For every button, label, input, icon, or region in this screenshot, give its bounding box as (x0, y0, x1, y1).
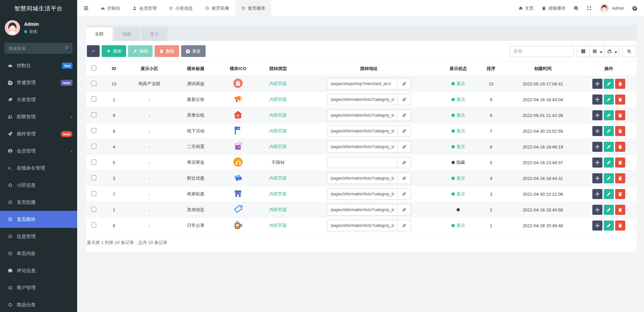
topnav-tab-首页模块[interactable]: 首页模块 (235, 0, 271, 16)
sidebar-item-评论信息[interactable]: 评论信息 (0, 262, 77, 279)
filter-tab-全部[interactable]: 全部 (86, 27, 112, 41)
move-row-button[interactable] (592, 189, 602, 199)
sidebar-item-信息管理[interactable]: 信息管理 (0, 228, 77, 245)
fullscreen-button[interactable] (587, 6, 592, 11)
sidebar-item-会员管理[interactable]: 会员管理‹ (0, 142, 77, 160)
topnav-tab-首页轮播[interactable]: 首页轮播 (199, 0, 235, 16)
filter-tab-显示[interactable]: 显示 (141, 27, 167, 41)
move-row-button[interactable] (592, 158, 602, 168)
sidebar-item-首页轮播[interactable]: 首页轮播 (0, 194, 77, 211)
username[interactable]: Admin (612, 6, 624, 11)
jump-url-input[interactable] (327, 157, 397, 168)
delete-row-button[interactable] (615, 126, 625, 136)
topnav-tab-会员管理[interactable]: 会员管理 (126, 0, 163, 16)
edit-row-button[interactable] (604, 189, 614, 199)
sidebar-item-商户管理[interactable]: 商户管理 (0, 279, 77, 296)
row-checkbox[interactable] (91, 160, 96, 165)
move-row-button[interactable] (592, 126, 602, 136)
link-button[interactable] (397, 188, 411, 200)
edit-row-button[interactable] (604, 110, 614, 120)
add-button[interactable]: 添加 (102, 45, 126, 57)
row-checkbox[interactable] (91, 144, 96, 149)
sidebar-item-权限管理[interactable]: 权限管理‹ (0, 108, 77, 125)
link-button[interactable] (397, 110, 411, 121)
edit-row-button[interactable] (604, 95, 614, 105)
move-row-button[interactable] (592, 79, 602, 89)
row-checkbox[interactable] (91, 175, 96, 180)
move-row-button[interactable] (592, 205, 602, 215)
row-checkbox[interactable] (91, 191, 96, 196)
search-button[interactable] (623, 46, 636, 57)
edit-row-button[interactable] (604, 221, 614, 231)
link-button[interactable] (397, 220, 411, 231)
link-button[interactable] (397, 173, 411, 184)
row-checkbox[interactable] (91, 223, 96, 228)
home-link[interactable]: 主页 (519, 5, 534, 11)
jump-url-input[interactable] (327, 94, 397, 105)
move-row-button[interactable] (592, 110, 602, 120)
jump-url-input[interactable] (327, 173, 397, 184)
avatar[interactable] (600, 4, 609, 13)
refresh-button[interactable] (87, 45, 100, 57)
link-button[interactable] (397, 125, 411, 137)
link-button[interactable] (397, 78, 411, 89)
detail-view-button[interactable] (577, 46, 590, 57)
move-row-button[interactable] (592, 95, 602, 105)
sidebar-item-常规管理[interactable]: 常规管理new (0, 74, 77, 91)
delete-row-button[interactable] (615, 205, 625, 215)
move-row-button[interactable] (592, 173, 602, 183)
delete-row-button[interactable] (615, 79, 625, 89)
edit-row-button[interactable] (604, 142, 614, 152)
hamburger-menu-button[interactable] (77, 0, 95, 16)
jump-url-input[interactable] (327, 125, 397, 137)
edit-row-button[interactable] (604, 205, 614, 215)
sidebar-item-分类管理[interactable]: 分类管理 (0, 91, 77, 108)
topnav-tab-控制台[interactable]: 控制台 (95, 0, 126, 16)
link-button[interactable] (397, 94, 411, 105)
move-row-button[interactable] (592, 142, 602, 152)
filter-tab-隐藏[interactable]: 隐藏 (114, 27, 140, 41)
jump-url-input[interactable] (327, 110, 397, 121)
sidebar-item-在线命令管理[interactable]: >_在线命令管理 (0, 160, 77, 177)
link-button[interactable] (397, 157, 411, 168)
link-button[interactable] (397, 204, 411, 215)
delete-row-button[interactable] (615, 110, 625, 120)
more-button[interactable]: 更多 (181, 45, 206, 57)
delete-row-button[interactable] (615, 173, 625, 183)
link-button[interactable] (397, 141, 411, 152)
menu-search-input[interactable] (5, 43, 72, 54)
edit-row-button[interactable] (604, 126, 614, 136)
jump-url-input[interactable] (327, 78, 397, 89)
row-checkbox[interactable] (91, 207, 96, 212)
row-checkbox[interactable] (91, 97, 96, 102)
jump-url-input[interactable] (327, 220, 397, 231)
row-checkbox[interactable] (91, 128, 96, 133)
edit-button[interactable]: 编辑 (128, 45, 153, 57)
settings-gear-icon[interactable] (632, 6, 637, 11)
jump-url-input[interactable] (327, 204, 397, 215)
language-button[interactable] (574, 6, 579, 11)
row-checkbox[interactable] (91, 81, 96, 86)
edit-row-button[interactable] (604, 173, 614, 183)
sidebar-item-插件管理[interactable]: 插件管理new (0, 125, 77, 142)
delete-row-button[interactable] (615, 189, 625, 199)
delete-row-button[interactable] (615, 221, 625, 231)
delete-row-button[interactable] (615, 142, 625, 152)
sidebar-item-小区信息[interactable]: 小区信息 (0, 177, 77, 194)
export-button[interactable] (604, 46, 619, 57)
columns-button[interactable] (590, 46, 604, 57)
sidebar-item-单页内容[interactable]: 单页内容 (0, 245, 77, 262)
jump-url-input[interactable] (327, 141, 397, 152)
topnav-tab-小区信息[interactable]: 小区信息 (163, 0, 199, 16)
sidebar-item-控制台[interactable]: 控制台hot (0, 57, 77, 74)
delete-row-button[interactable] (615, 158, 625, 168)
table-search-input[interactable] (510, 46, 574, 57)
sidebar-item-首页模块[interactable]: 首页模块 (0, 211, 77, 228)
row-checkbox[interactable] (91, 112, 96, 117)
move-row-button[interactable] (592, 221, 602, 231)
edit-row-button[interactable] (604, 158, 614, 168)
clear-cache-link[interactable]: 清除缓存 (542, 5, 566, 11)
sidebar-item-商品分类[interactable]: 商品分类 (0, 296, 77, 312)
delete-button[interactable]: 删除 (155, 45, 179, 57)
jump-url-input[interactable] (327, 188, 397, 200)
